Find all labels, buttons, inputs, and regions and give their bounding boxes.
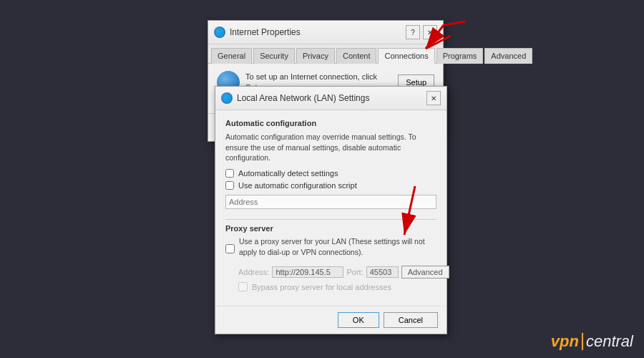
detect-settings-checkbox[interactable] bbox=[225, 169, 234, 178]
lan-content: Automatic configuration Automatic config… bbox=[215, 110, 447, 306]
use-proxy-checkbox[interactable] bbox=[225, 244, 235, 253]
detect-settings-label: Automatically detect settings bbox=[238, 169, 338, 178]
tab-content[interactable]: Content bbox=[336, 48, 377, 64]
brand-vpn: vpn bbox=[551, 332, 579, 351]
address-field[interactable] bbox=[225, 195, 436, 209]
detect-settings-row: Automatically detect settings bbox=[225, 169, 436, 178]
proxy-address-input[interactable] bbox=[272, 266, 343, 278]
address-port-row: Address: Port: Advanced bbox=[225, 266, 436, 279]
auto-config-title: Automatic configuration bbox=[225, 119, 436, 127]
lan-settings-dialog: 🌐 Local Area Network (LAN) Settings ✕ Au… bbox=[215, 86, 447, 334]
bypass-row: Bypass proxy server for local addresses bbox=[225, 282, 436, 291]
proxy-description: Use a proxy server for your LAN (These s… bbox=[239, 236, 436, 257]
vpncentral-brand: vpn central bbox=[551, 332, 633, 351]
brand-separator bbox=[582, 333, 583, 350]
lan-cancel-button[interactable]: Cancel bbox=[384, 312, 438, 328]
lan-dialog-footer: OK Cancel bbox=[215, 306, 447, 334]
svg-line-4 bbox=[444, 21, 465, 25]
internet-props-titlebar: 🌐 Internet Properties ? ✕ bbox=[208, 21, 443, 44]
port-label: Port: bbox=[346, 268, 363, 276]
proxy-port-input[interactable] bbox=[366, 266, 399, 278]
close-button[interactable]: ✕ bbox=[423, 25, 437, 39]
tab-security[interactable]: Security bbox=[253, 48, 295, 64]
tab-general[interactable]: General bbox=[211, 48, 252, 64]
titlebar-buttons: ? ✕ bbox=[406, 25, 437, 39]
desktop: 🌐 Internet Properties ? ✕ General Securi… bbox=[0, 0, 644, 358]
dialog-icon: 🌐 bbox=[214, 26, 225, 38]
address-label: Address: bbox=[238, 268, 269, 276]
auto-config-description: Automatic configuration may override man… bbox=[225, 132, 436, 163]
lan-titlebar-left: 🌐 Local Area Network (LAN) Settings bbox=[221, 92, 369, 104]
bypass-label: Bypass proxy server for local addresses bbox=[252, 283, 391, 291]
proxy-section-title: Proxy server bbox=[225, 224, 436, 233]
brand-central: central bbox=[586, 332, 633, 351]
lan-titlebar: 🌐 Local Area Network (LAN) Settings ✕ bbox=[215, 87, 447, 110]
proxy-divider bbox=[225, 219, 436, 220]
tab-connections[interactable]: Connections bbox=[378, 48, 434, 64]
titlebar-left: 🌐 Internet Properties bbox=[214, 26, 301, 38]
lan-dialog-title: Local Area Network (LAN) Settings bbox=[237, 93, 369, 103]
dialog-tabs: General Security Privacy Content Connect… bbox=[208, 44, 443, 64]
dialog-title: Internet Properties bbox=[230, 27, 301, 37]
tab-programs[interactable]: Programs bbox=[436, 48, 484, 64]
auto-script-label: Use automatic configuration script bbox=[238, 181, 357, 190]
auto-script-row: Use automatic configuration script bbox=[225, 181, 436, 190]
tab-privacy[interactable]: Privacy bbox=[296, 48, 335, 64]
auto-script-checkbox[interactable] bbox=[225, 181, 234, 190]
advanced-button[interactable]: Advanced bbox=[401, 266, 449, 279]
lan-dialog-icon: 🌐 bbox=[221, 92, 233, 104]
use-proxy-row: Use a proxy server for your LAN (These s… bbox=[225, 236, 436, 261]
tab-advanced[interactable]: Advanced bbox=[484, 48, 532, 64]
bypass-checkbox[interactable] bbox=[238, 282, 248, 291]
help-button[interactable]: ? bbox=[406, 25, 420, 39]
lan-ok-button[interactable]: OK bbox=[338, 312, 379, 328]
lan-close-button[interactable]: ✕ bbox=[426, 91, 441, 105]
